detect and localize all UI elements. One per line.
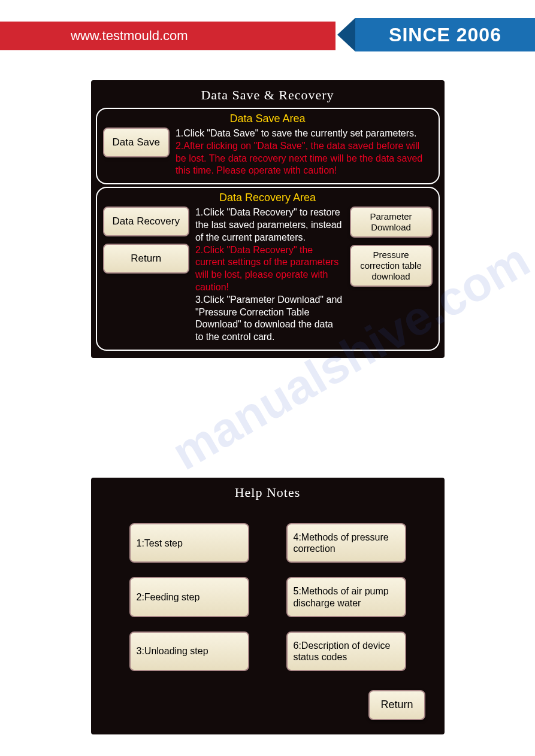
data-recovery-button[interactable]: Data Recovery: [103, 207, 189, 236]
parameter-download-button[interactable]: Parameter Download: [350, 207, 433, 238]
help-notes-screen: Help Notes 1:Test step 4:Methods of pres…: [91, 478, 445, 734]
data-recovery-area: Data Recovery Area Data Recovery Return …: [96, 187, 440, 351]
help-test-step-button[interactable]: 1:Test step: [129, 523, 249, 563]
data-save-area: Data Save Area Data Save 1.Click "Data S…: [96, 108, 440, 184]
data-save-button[interactable]: Data Save: [103, 127, 170, 157]
help-pressure-correction-button[interactable]: 4:Methods of pressure correction: [286, 523, 406, 563]
page-header: www.testmould.com SINCE 2006: [0, 22, 535, 50]
recovery-area-title: Data Recovery Area: [103, 192, 433, 204]
recovery-instruction-1: 1.Click "Data Recovery" to restore the l…: [195, 207, 344, 244]
save-area-title: Data Save Area: [103, 113, 433, 125]
screen1-title: Data Save & Recovery: [96, 85, 440, 108]
help-feeding-step-button[interactable]: 2:Feeding step: [129, 577, 249, 617]
return-button-2[interactable]: Return: [368, 690, 425, 720]
header-url: www.testmould.com: [0, 22, 335, 50]
help-unloading-step-button[interactable]: 3:Unloading step: [129, 631, 249, 671]
save-instruction-1: 1.Click "Data Save" to save the currentl…: [176, 127, 433, 140]
help-air-pump-button[interactable]: 5:Methods of air pump discharge water: [286, 577, 406, 617]
recovery-warning: 2.Click "Data Recovery" the current sett…: [195, 244, 344, 294]
help-status-codes-button[interactable]: 6:Description of device status codes: [286, 631, 406, 671]
data-save-recovery-screen: Data Save & Recovery Data Save Area Data…: [91, 80, 445, 358]
pressure-correction-download-button[interactable]: Pressure correction table download: [350, 245, 433, 287]
header-since: SINCE 2006: [355, 18, 535, 51]
save-warning: 2.After clicking on "Data Save", the dat…: [176, 140, 433, 177]
screen2-title: Help Notes: [96, 482, 440, 505]
recovery-instruction-3: 3.Click "Parameter Download" and "Pressu…: [195, 294, 344, 344]
return-button-1[interactable]: Return: [103, 244, 189, 274]
